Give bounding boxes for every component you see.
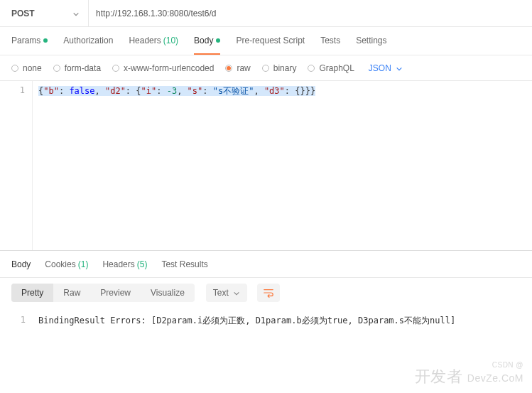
response-view-group: Pretty Raw Preview Visualize [11,284,195,302]
view-pretty[interactable]: Pretty [11,284,53,302]
body-type-graphql[interactable]: GraphQL [308,63,354,73]
resp-tab-body[interactable]: Body [11,251,31,277]
resp-tab-cookies[interactable]: Cookies(1) [45,251,88,277]
radio-icon [11,65,18,72]
line-number: 1 [0,315,26,325]
tab-prerequest[interactable]: Pre-request Script [236,27,305,55]
radio-icon [53,65,60,72]
resp-tab-test-results[interactable]: Test Results [161,251,207,277]
response-body-editor[interactable]: 1 BindingResult Errors: [D2param.i必须为正数,… [0,308,532,331]
response-format-select[interactable]: Text [206,284,247,302]
wrap-lines-button[interactable] [257,284,280,302]
body-format-select[interactable]: JSON [369,63,403,73]
request-url-input[interactable] [89,0,532,26]
body-type-binary[interactable]: binary [262,63,297,73]
chevron-down-icon [72,10,80,17]
tab-headers[interactable]: Headers(10) [129,27,178,55]
body-type-none[interactable]: none [11,63,42,73]
code-area[interactable]: {"b": false, "d2": {"i": -3, "s": "s不验证"… [33,81,532,250]
view-preview[interactable]: Preview [90,284,141,302]
request-tabs: Params Authorization Headers(10) Body Pr… [0,27,532,55]
radio-icon [112,65,119,72]
resp-tab-headers[interactable]: Headers(5) [102,251,147,277]
tab-tests[interactable]: Tests [320,27,340,55]
body-type-form-data[interactable]: form-data [53,63,101,73]
response-tabs: Body Cookies(1) Headers(5) Test Results [0,251,532,278]
dot-icon [43,38,48,43]
body-type-urlencoded[interactable]: x-www-form-urlencoded [112,63,214,73]
line-gutter: 1 [0,311,33,331]
body-type-row: none form-data x-www-form-urlencoded raw… [0,55,532,81]
chevron-down-icon [396,65,403,72]
tab-authorization[interactable]: Authorization [63,27,113,55]
response-text[interactable]: BindingResult Errors: [D2param.i必须为正数, D… [33,311,532,331]
radio-icon [262,65,269,72]
radio-icon [225,65,232,72]
body-type-raw[interactable]: raw [225,63,250,73]
dot-icon [216,38,220,43]
tab-settings[interactable]: Settings [356,27,386,55]
radio-icon [308,65,315,72]
tab-body[interactable]: Body [194,27,220,55]
view-raw[interactable]: Raw [53,284,90,302]
view-visualize[interactable]: Visualize [141,284,195,302]
http-method-select[interactable]: POST [0,0,89,26]
watermark: CSDN @ 开发者 DevZe.CoM [415,361,523,387]
response-toolbar: Pretty Raw Preview Visualize Text [0,278,532,308]
chevron-down-icon [233,289,240,296]
http-method-label: POST [11,9,35,18]
line-number: 1 [0,85,25,95]
tab-params[interactable]: Params [11,27,48,55]
request-body-editor[interactable]: 1 {"b": false, "d2": {"i": -3, "s": "s不验… [0,81,532,250]
line-gutter: 1 [0,81,33,250]
